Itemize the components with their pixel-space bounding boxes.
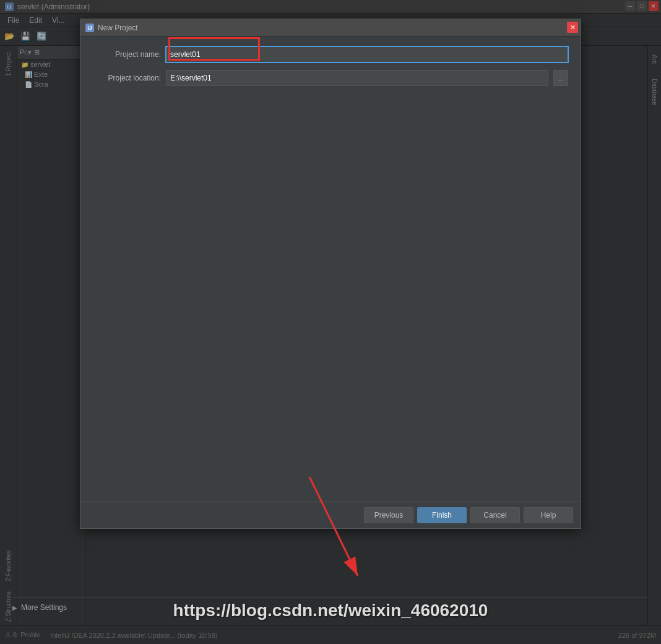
browse-button[interactable]: ... <box>553 70 568 86</box>
project-location-label: Project location: <box>93 74 161 82</box>
dialog-content: Project name: Project location: ... ▶ Mo… <box>80 37 581 501</box>
project-location-input[interactable] <box>166 70 548 86</box>
project-name-row: Project name: <box>93 46 568 63</box>
project-name-label: Project name: <box>93 50 161 59</box>
previous-button[interactable]: Previous <box>364 507 413 523</box>
project-name-input[interactable] <box>166 46 568 63</box>
ide-background: IJ servlet (Administrator) ─ □ ✕ File Ed… <box>0 0 661 644</box>
dialog-title: New Project <box>98 24 138 32</box>
finish-button[interactable]: Finish <box>417 507 467 523</box>
new-project-dialog: IJ New Project ✕ Project name: Project l… <box>80 19 581 529</box>
cancel-button[interactable]: Cancel <box>470 507 520 523</box>
dialog-titlebar: IJ New Project ✕ <box>80 19 581 37</box>
dialog-overlay: IJ New Project ✕ Project name: Project l… <box>0 0 661 644</box>
more-settings-label: More Settings <box>21 603 67 612</box>
more-settings-toggle[interactable]: ▶ More Settings <box>12 598 649 617</box>
help-button[interactable]: Help <box>524 507 573 523</box>
expand-icon: ▶ <box>12 604 17 611</box>
dialog-footer: Previous Finish Cancel Help <box>80 501 581 528</box>
dialog-icon: IJ <box>85 24 94 32</box>
dialog-close-button[interactable]: ✕ <box>567 22 578 33</box>
project-location-row: Project location: ... <box>93 70 568 86</box>
